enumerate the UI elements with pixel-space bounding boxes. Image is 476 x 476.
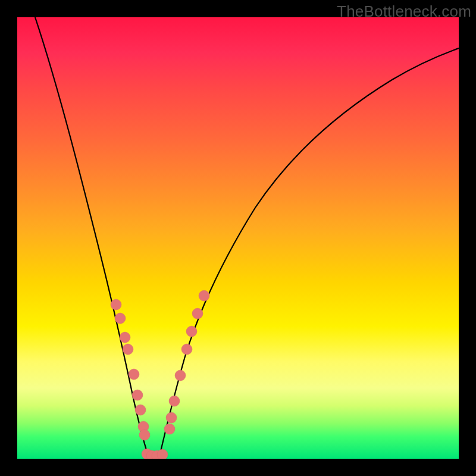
dots-bottom: [142, 449, 168, 459]
svg-point-13: [164, 424, 175, 434]
svg-point-8: [139, 430, 150, 440]
dots-left: [111, 299, 150, 440]
left-curve: [35, 17, 149, 459]
svg-point-17: [181, 344, 192, 355]
svg-point-1: [115, 313, 126, 324]
svg-point-5: [132, 390, 143, 400]
svg-point-14: [166, 412, 177, 423]
svg-point-2: [120, 332, 130, 343]
svg-point-18: [186, 326, 197, 337]
svg-point-12: [157, 449, 168, 459]
watermark-text: TheBottleneck.com: [337, 2, 471, 21]
svg-point-4: [129, 369, 139, 380]
svg-point-20: [199, 290, 209, 301]
right-curve: [159, 48, 459, 459]
svg-point-0: [111, 299, 121, 310]
dots-right: [164, 290, 209, 434]
svg-point-3: [123, 344, 133, 355]
chart-svg: [17, 17, 459, 459]
svg-point-6: [135, 405, 146, 415]
svg-point-19: [192, 308, 203, 319]
svg-point-15: [169, 396, 180, 406]
outer-frame: TheBottleneck.com: [0, 0, 476, 476]
svg-point-16: [175, 370, 186, 381]
plot-area: [17, 17, 459, 459]
